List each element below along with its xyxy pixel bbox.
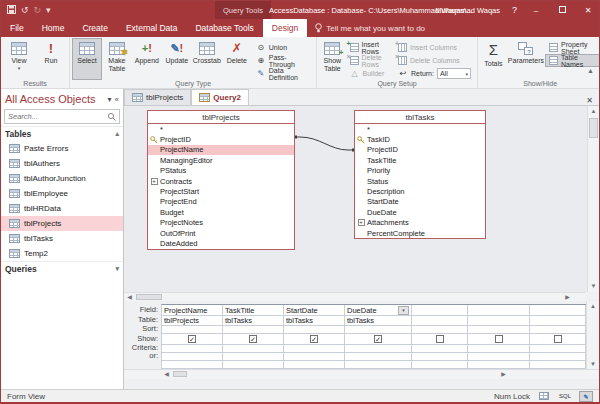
sidebar-item-temp2[interactable]: Temp2	[1, 246, 123, 261]
table-cell[interactable]	[530, 316, 585, 326]
design-vertical-scrollbar[interactable]: ▲ ▼	[587, 106, 599, 292]
show-cell[interactable]: ✓	[284, 334, 344, 345]
field-list-tbltasks[interactable]: tblTasks *TaskIDProjectIDTaskTitlePriori…	[354, 110, 486, 239]
show-cell[interactable]: ✓	[345, 334, 411, 345]
field-row[interactable]: DueDate	[355, 207, 485, 217]
field-row[interactable]: Description	[355, 186, 485, 196]
show-cell[interactable]: ✓	[162, 334, 222, 345]
sort-cell[interactable]	[530, 326, 585, 334]
update-button[interactable]: ✎! Update	[162, 38, 192, 80]
tab-file[interactable]: File	[1, 19, 33, 37]
field-cell[interactable]: DueDate▾	[345, 305, 411, 316]
sidebar-item-tblhrdata[interactable]: tblHRData	[1, 201, 123, 216]
field-row[interactable]: +Contracts	[148, 176, 294, 186]
append-button[interactable]: +! Append	[132, 38, 162, 80]
or-cell[interactable]	[284, 353, 344, 361]
field-row[interactable]: Status	[355, 176, 485, 186]
or-cell[interactable]	[530, 353, 585, 361]
empty-cell[interactable]	[530, 361, 585, 369]
field-row[interactable]: PStatus	[148, 166, 294, 176]
sort-cell[interactable]	[412, 326, 467, 334]
search-input[interactable]	[5, 112, 107, 121]
tab-external-data[interactable]: External Data	[117, 19, 187, 37]
close-button[interactable]: ✕	[581, 6, 595, 15]
sidebar-item-paste-errors[interactable]: Paste Errors	[1, 141, 123, 156]
or-cell[interactable]	[223, 353, 283, 361]
table-cell[interactable]	[468, 316, 529, 326]
maximize-button[interactable]	[555, 6, 569, 15]
empty-cell[interactable]	[284, 361, 344, 369]
field-cell[interactable]	[468, 305, 529, 316]
scroll-up-icon[interactable]: ▲	[588, 106, 599, 117]
crosstab-button[interactable]: Crosstab	[192, 38, 222, 80]
tab-create[interactable]: Create	[73, 19, 117, 37]
scroll-up-icon[interactable]: ▲	[587, 303, 599, 309]
delete-query-button[interactable]: ✗ Delete	[222, 38, 252, 80]
grid-vertical-scrollbar[interactable]: ▲ ▼	[586, 301, 599, 369]
table-names-button[interactable]: Table Names	[545, 54, 600, 67]
return-dropdown[interactable]: All ▾	[437, 68, 471, 79]
field-row[interactable]: *	[355, 124, 485, 134]
field-row[interactable]: OutOfPrint	[148, 228, 294, 238]
show-cell[interactable]	[468, 334, 529, 345]
scroll-down-icon[interactable]: ▼	[588, 281, 599, 292]
field-row[interactable]: DateAdded	[148, 238, 294, 248]
redo-icon[interactable]: ↻	[34, 6, 42, 15]
insert-columns-button[interactable]: + Insert Columns	[394, 41, 475, 54]
sort-cell[interactable]	[345, 326, 411, 334]
grid-horizontal-scrollbar[interactable]: ◀ ▶	[124, 369, 599, 379]
select-query-button[interactable]: Select	[72, 38, 102, 80]
checkbox-unchecked[interactable]	[495, 335, 503, 343]
parameters-button[interactable]: ? Parameters	[507, 38, 545, 80]
doc-tab-query2[interactable]: Query2	[191, 89, 249, 105]
sidebar-item-tbltasks[interactable]: tblTasks	[1, 231, 123, 246]
field-cell[interactable]: TaskTitle	[223, 305, 283, 316]
or-cell[interactable]	[412, 353, 467, 361]
scroll-left-icon[interactable]: ◀	[161, 370, 172, 378]
empty-cell[interactable]	[468, 361, 529, 369]
field-row[interactable]: Priority	[355, 166, 485, 176]
scroll-left-icon[interactable]: ◀	[124, 293, 135, 301]
show-cell[interactable]	[412, 334, 467, 345]
sort-cell[interactable]	[468, 326, 529, 334]
sidebar-item-tblemployee[interactable]: tblEmployee	[1, 186, 123, 201]
scroll-right-icon[interactable]: ▶	[498, 370, 509, 378]
tab-database-tools[interactable]: Database Tools	[186, 19, 262, 37]
checkbox-unchecked[interactable]	[554, 335, 562, 343]
design-horizontal-scrollbar[interactable]: ◀ ▶	[124, 292, 585, 301]
empty-cell[interactable]	[223, 361, 283, 369]
union-button[interactable]: ⊙ Union	[252, 41, 314, 54]
scroll-right-icon[interactable]: ▶	[562, 293, 573, 301]
table-cell[interactable]: tblTasks	[284, 316, 344, 326]
close-document-icon[interactable]: ✕	[580, 96, 599, 105]
sort-cell[interactable]	[223, 326, 283, 334]
shutter-bar-close-icon[interactable]: «	[115, 95, 119, 104]
tab-home[interactable]: Home	[33, 19, 74, 37]
field-list-title[interactable]: tblTasks	[355, 111, 485, 124]
field-row[interactable]: PercentComplete	[355, 228, 485, 238]
field-row[interactable]: *	[148, 124, 294, 134]
field-row[interactable]: ProjectNotes	[148, 218, 294, 228]
checkbox-unchecked[interactable]	[436, 335, 444, 343]
sort-cell[interactable]	[284, 326, 344, 334]
save-icon[interactable]	[7, 5, 16, 16]
field-row[interactable]: ManagingEditor	[148, 155, 294, 165]
query-tools-context-tab[interactable]: Query Tools	[215, 1, 271, 19]
sidebar-group-queries[interactable]: Queries ▾	[1, 261, 123, 276]
or-cell[interactable]	[162, 353, 222, 361]
undo-icon[interactable]: ↺	[21, 6, 29, 15]
expand-icon[interactable]: +	[148, 178, 160, 185]
insert-rows-button[interactable]: + Insert Rows	[346, 41, 394, 54]
criteria-cell[interactable]	[284, 345, 344, 353]
or-cell[interactable]	[468, 353, 529, 361]
field-dropdown-icon[interactable]: ▾	[398, 306, 409, 315]
field-cell[interactable]	[412, 305, 467, 316]
field-row[interactable]: ProjectName	[148, 145, 294, 155]
table-cell[interactable]: tblTasks	[223, 316, 283, 326]
checkbox-checked[interactable]: ✓	[249, 335, 257, 343]
tab-design[interactable]: Design	[263, 19, 307, 37]
make-table-button[interactable]: ✱ Make Table	[102, 38, 132, 80]
run-button[interactable]: ! Run	[35, 38, 67, 80]
field-row[interactable]: ProjectStart	[148, 186, 294, 196]
scroll-thumb[interactable]	[589, 118, 598, 138]
